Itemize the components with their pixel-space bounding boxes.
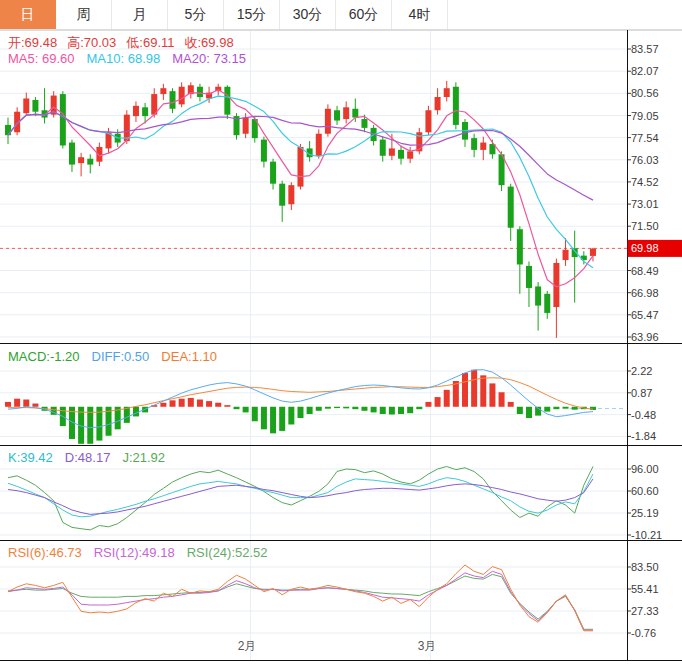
axis-label: 74.52 — [631, 176, 659, 188]
axis-label: 83.57 — [631, 43, 659, 55]
tab-月[interactable]: 月 — [112, 0, 168, 29]
candle-body — [78, 157, 84, 163]
candle-body — [133, 106, 139, 116]
tab-5分[interactable]: 5分 — [168, 0, 224, 29]
candle-body — [453, 87, 459, 125]
candle-body — [142, 107, 148, 116]
macd-bar — [170, 400, 176, 406]
candle-body — [517, 229, 523, 264]
axis-label: 66.98 — [631, 287, 659, 299]
axis-label: -0.76 — [631, 627, 656, 639]
macd-bar — [544, 407, 550, 412]
candle-body — [407, 151, 413, 158]
tab-周[interactable]: 周 — [56, 0, 112, 29]
candle-body — [361, 119, 367, 128]
candle-body — [32, 100, 38, 112]
candle-body — [160, 88, 166, 94]
macd-bar — [252, 407, 258, 421]
candle-body — [526, 266, 532, 288]
macd-bar — [316, 407, 322, 411]
candle-body — [224, 87, 230, 115]
axis-label: -1.84 — [631, 430, 656, 442]
candle-body — [480, 143, 486, 150]
macd-bar — [553, 407, 559, 409]
macd-bar — [462, 373, 468, 407]
candle-body — [435, 97, 441, 110]
macd-bar — [243, 407, 249, 413]
candle-body — [87, 159, 93, 165]
macd-bar — [234, 407, 240, 409]
macd-bar — [32, 404, 38, 407]
macd-bar — [517, 407, 523, 414]
macd-bar — [325, 407, 331, 409]
candle-body — [279, 184, 285, 206]
macd-bar — [307, 407, 313, 414]
candle-body — [243, 118, 249, 134]
macd-bar — [480, 375, 486, 406]
candle-body — [23, 98, 29, 113]
candle-body — [60, 94, 66, 145]
candle-body — [425, 110, 431, 132]
axis-label: 96.00 — [631, 463, 659, 475]
axis-label: 27.33 — [631, 605, 659, 617]
macd-bar — [5, 402, 11, 407]
axis-label: 80.56 — [631, 87, 659, 99]
axis-label: 83.50 — [631, 561, 659, 573]
macd-bar — [160, 403, 166, 407]
axis-label: 25.19 — [631, 507, 659, 519]
macd-bar — [508, 402, 514, 407]
candle-body — [563, 250, 569, 260]
axis-label: 79.05 — [631, 110, 659, 122]
tab-日[interactable]: 日 — [0, 0, 56, 29]
candle-body — [398, 150, 404, 159]
d-line — [8, 479, 593, 515]
axis-label: 71.50 — [631, 220, 659, 232]
macd-bar — [215, 403, 221, 407]
macd-bar — [206, 401, 212, 407]
candle-body — [288, 185, 294, 204]
macd-bar — [361, 407, 367, 411]
tab-4时[interactable]: 4时 — [392, 0, 448, 29]
axis-label: 2.22 — [631, 365, 652, 377]
candle-body — [380, 140, 386, 156]
macd-bar — [297, 407, 303, 418]
macd-bar — [133, 407, 139, 417]
macd-bar — [489, 383, 495, 406]
axis-label: 55.41 — [631, 583, 659, 595]
axis-label: 60.60 — [631, 485, 659, 497]
axis-label: 82.07 — [631, 65, 659, 77]
trading-chart-app: 日周月5分15分30分60分4时 开:69.48高:70.03低:69.11收:… — [0, 0, 682, 671]
macd-bar — [407, 407, 413, 413]
macd-bar — [563, 407, 569, 409]
macd-bar — [179, 399, 185, 407]
k-line — [8, 474, 593, 517]
macd-bar — [270, 407, 276, 434]
tab-15分[interactable]: 15分 — [224, 0, 280, 29]
candle-body — [270, 162, 276, 184]
chart-svg: 83.5782.0780.5679.0577.5476.0374.5273.01… — [0, 30, 682, 671]
axis-label: 77.54 — [631, 132, 659, 144]
macd-bar — [425, 402, 431, 407]
rsi24-line — [8, 574, 593, 629]
month-label: 3月 — [418, 639, 437, 653]
axis-label: -0.48 — [631, 409, 656, 421]
macd-bar — [188, 398, 194, 407]
axis-label: 63.96 — [631, 331, 659, 343]
candle-body — [535, 286, 541, 305]
macd-bar — [398, 407, 404, 414]
rsi6-line — [8, 565, 593, 631]
macd-bar — [499, 392, 505, 406]
candle-body — [389, 148, 395, 155]
candle-body — [5, 125, 11, 135]
macd-bar — [435, 397, 441, 407]
candle-body — [316, 134, 322, 156]
macd-bar — [471, 370, 477, 407]
macd-bar — [224, 405, 230, 407]
macd-bar — [352, 407, 358, 409]
macd-bar — [453, 381, 459, 407]
macd-bar — [526, 407, 532, 418]
macd-bar — [288, 407, 294, 425]
tab-30分[interactable]: 30分 — [280, 0, 336, 29]
candle-body — [170, 91, 176, 109]
tab-60分[interactable]: 60分 — [336, 0, 392, 29]
